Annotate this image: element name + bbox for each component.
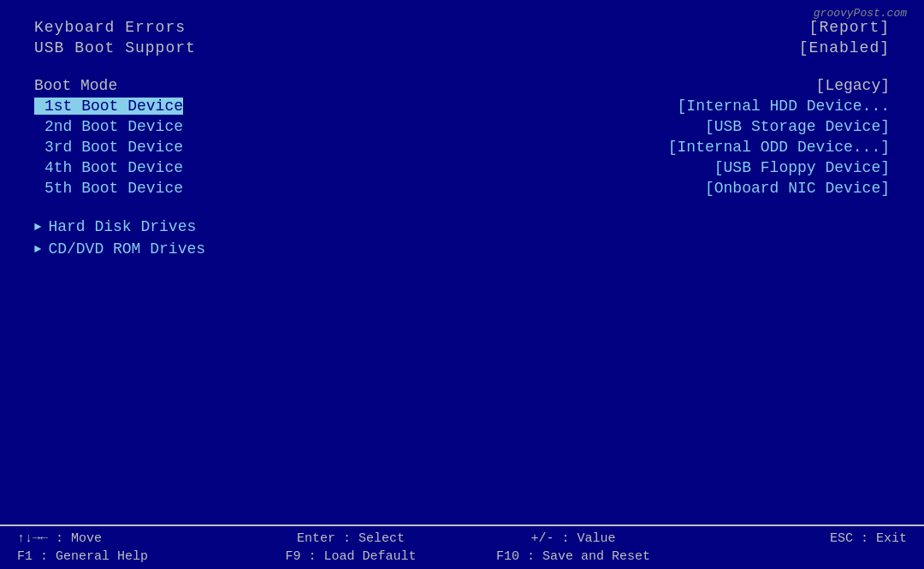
- cd-dvd-rom-label: CD/DVD ROM Drives: [48, 240, 205, 258]
- boot-device-row-4[interactable]: 4th Boot Device [USB Floppy Device]: [34, 157, 890, 178]
- boot-device-1-label: 1st Boot Device: [34, 98, 183, 115]
- keyboard-errors-label: Keyboard Errors: [34, 19, 186, 36]
- boot-device-1-value: [Internal HDD Device...: [678, 98, 890, 115]
- boot-mode-row[interactable]: Boot Mode [Legacy]: [34, 75, 890, 96]
- arrows-icon: ↑↓→←: [17, 531, 48, 546]
- boot-device-row-1[interactable]: 1st Boot Device [Internal HDD Device...: [34, 96, 890, 116]
- watermark: groovyPost.com: [814, 7, 907, 20]
- bottom-rows: ↑↓→← : Move Enter : Select +/- : Value E…: [17, 531, 907, 564]
- boot-device-row-3[interactable]: 3rd Boot Device [Internal ODD Device...]: [34, 137, 890, 157]
- boot-device-2-label: 2nd Boot Device: [34, 118, 183, 135]
- enter-hint: Enter : Select: [240, 531, 462, 546]
- boot-device-2-value: [USB Storage Device]: [705, 118, 890, 135]
- bottom-line-1: ↑↓→← : Move Enter : Select +/- : Value E…: [17, 531, 907, 546]
- boot-device-5-label: 5th Boot Device: [34, 180, 183, 197]
- bottom-line-2: F1 : General Help F9 : Load Default F10 …: [17, 549, 907, 564]
- cd-dvd-arrow-icon: ►: [34, 242, 41, 256]
- boot-device-3-label: 3rd Boot Device: [34, 139, 183, 156]
- spacer: [684, 549, 907, 564]
- boot-mode-label: Boot Mode: [34, 77, 117, 94]
- usb-boot-support-row: USB Boot Support [Enabled]: [34, 38, 890, 58]
- keyboard-errors-row: Keyboard Errors [Report]: [34, 17, 890, 38]
- main-content: groovyPost.com Keyboard Errors [Report] …: [0, 0, 924, 525]
- bottom-bar: ↑↓→← : Move Enter : Select +/- : Value E…: [0, 525, 924, 569]
- hard-disk-drives-row[interactable]: ► Hard Disk Drives: [34, 216, 890, 238]
- boot-device-row-5[interactable]: 5th Boot Device [Onboard NIC Device]: [34, 178, 890, 199]
- boot-mode-value: [Legacy]: [816, 77, 890, 94]
- esc-hint: ESC : Exit: [684, 531, 907, 546]
- usb-boot-support-label: USB Boot Support: [34, 39, 196, 56]
- section-gap: [34, 58, 890, 75]
- hard-disk-drives-label: Hard Disk Drives: [48, 218, 196, 235]
- boot-device-4-value: [USB Floppy Device]: [714, 159, 890, 176]
- boot-device-5-value: [Onboard NIC Device]: [705, 180, 890, 197]
- move-hint: ↑↓→← : Move: [17, 531, 240, 546]
- cd-dvd-rom-row[interactable]: ► CD/DVD ROM Drives: [34, 238, 890, 260]
- boot-device-3-value: [Internal ODD Device...]: [668, 139, 890, 156]
- settings-table: Keyboard Errors [Report] USB Boot Suppor…: [34, 17, 890, 58]
- f10-hint: F10 : Save and Reset: [462, 549, 684, 564]
- boot-device-row-2[interactable]: 2nd Boot Device [USB Storage Device]: [34, 116, 890, 137]
- keyboard-errors-value: [Report]: [809, 19, 890, 36]
- usb-boot-support-value: [Enabled]: [799, 39, 890, 56]
- boot-device-4-label: 4th Boot Device: [34, 159, 183, 176]
- value-hint: +/- : Value: [462, 531, 684, 546]
- f9-hint: F9 : Load Default: [240, 549, 462, 564]
- f1-hint: F1 : General Help: [17, 549, 240, 564]
- section-gap-2: [34, 199, 890, 216]
- hard-disk-arrow-icon: ►: [34, 220, 41, 234]
- bios-screen: groovyPost.com Keyboard Errors [Report] …: [0, 0, 924, 569]
